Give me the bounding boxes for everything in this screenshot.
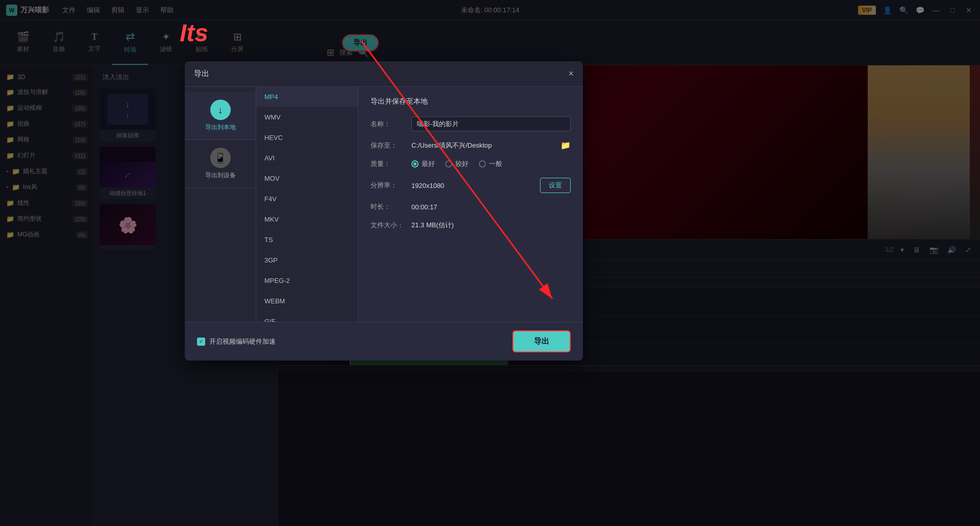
dialog-close-btn[interactable]: × (568, 68, 574, 79)
resolution-label: 分辨率： (371, 181, 411, 190)
radio-best-icon (411, 160, 419, 168)
download-icon: ↓ (210, 100, 231, 120)
quality-label: 质量： (371, 159, 411, 169)
filesize-label: 文件大小： (371, 221, 411, 230)
resolution-value: 1920x1080 (411, 182, 540, 189)
hardware-accel-row: ✓ 开启视频编码硬件加速 (197, 337, 276, 346)
format-avi[interactable]: AVI (256, 148, 358, 169)
export-dest-local-label: 导出到本地 (205, 123, 236, 132)
format-f4v[interactable]: F4V (256, 189, 358, 209)
name-label: 名称： (371, 119, 411, 129)
dialog-body: ↓ 导出到本地 📱 导出到设备 MP4 WMV HEVC AVI MOV F4V… (185, 87, 583, 322)
format-mov[interactable]: MOV (256, 169, 358, 189)
format-mpeg2[interactable]: MPEG-2 (256, 271, 358, 291)
filesize-value: 21.3 MB(估计) (411, 221, 571, 230)
path-value-row: C:/Users/清风不兴/Desktop 📁 (411, 140, 571, 150)
name-row: 名称： (371, 116, 571, 131)
export-dest-local[interactable]: ↓ 导出到本地 (185, 92, 256, 140)
quality-best[interactable]: 最好 (411, 159, 435, 169)
browse-folder-icon[interactable]: 📁 (560, 140, 571, 150)
path-value: C:/Users/清风不兴/Desktop (411, 141, 556, 150)
radio-good-icon (445, 160, 452, 168)
quality-good[interactable]: 较好 (445, 159, 469, 169)
format-list: MP4 WMV HEVC AVI MOV F4V MKV TS 3GP MPEG… (256, 87, 358, 322)
export-settings: 导出并保存至本地 名称： 保存至： C:/Users/清风不兴/Desktop … (358, 87, 583, 322)
format-hevc[interactable]: HEVC (256, 128, 358, 148)
dialog-destinations: ↓ 导出到本地 📱 导出到设备 (185, 87, 256, 322)
quality-good-label: 较好 (455, 159, 469, 169)
quality-row: 质量： 最好 较好 一般 (371, 159, 571, 169)
radio-normal-icon (479, 160, 486, 168)
format-webm[interactable]: WEBM (256, 291, 358, 312)
hardware-accel-label: 开启视频编码硬件加速 (209, 337, 276, 346)
device-icon: 📱 (210, 148, 231, 168)
format-ts[interactable]: TS (256, 230, 358, 250)
duration-row: 时长： 00:00:17 (371, 202, 571, 211)
dialog-overlay: 导出 × ↓ 导出到本地 📱 导出到设备 MP4 WMV HEVC AVI (0, 0, 980, 526)
export-dest-device[interactable]: 📱 导出到设备 (185, 140, 256, 188)
name-input[interactable] (411, 116, 571, 131)
format-mp4[interactable]: MP4 (256, 87, 358, 107)
dialog-header: 导出 × (185, 61, 583, 87)
section-title: 导出并保存至本地 (371, 97, 571, 106)
export-final-button[interactable]: 导出 (512, 330, 571, 352)
dialog-footer: ✓ 开启视频编码硬件加速 导出 (185, 322, 583, 361)
quality-options: 最好 较好 一般 (411, 159, 502, 169)
path-label: 保存至： (371, 141, 411, 150)
duration-value: 00:00:17 (411, 203, 571, 211)
path-row: 保存至： C:/Users/清风不兴/Desktop 📁 (371, 140, 571, 150)
quality-normal[interactable]: 一般 (479, 159, 502, 169)
format-3gp[interactable]: 3GP (256, 250, 358, 271)
duration-label: 时长： (371, 202, 411, 211)
format-gif[interactable]: GIF (256, 312, 358, 322)
hardware-accel-checkbox[interactable]: ✓ (197, 338, 205, 346)
quality-best-label: 最好 (422, 159, 435, 169)
export-dest-device-label: 导出到设备 (205, 171, 236, 180)
settings-button[interactable]: 设置 (540, 178, 571, 193)
format-mkv[interactable]: MKV (256, 209, 358, 230)
format-wmv[interactable]: WMV (256, 107, 358, 128)
dialog-title: 导出 (194, 69, 209, 79)
export-dialog: 导出 × ↓ 导出到本地 📱 导出到设备 MP4 WMV HEVC AVI (185, 61, 583, 361)
resolution-row: 分辨率： 1920x1080 设置 (371, 178, 571, 193)
filesize-row: 文件大小： 21.3 MB(估计) (371, 221, 571, 230)
quality-normal-label: 一般 (489, 159, 502, 169)
